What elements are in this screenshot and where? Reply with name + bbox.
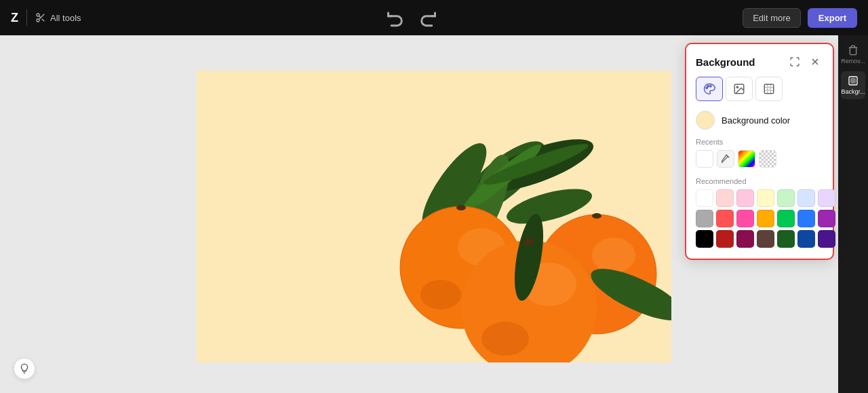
color-swatch[interactable]: [777, 210, 795, 227]
color-swatch[interactable]: [797, 210, 815, 227]
svg-point-1: [37, 19, 39, 22]
recent-swatch-eyedropper[interactable]: [717, 150, 734, 168]
tab-blur[interactable]: [755, 77, 783, 101]
topbar-center: [81, 8, 743, 27]
panel-header: Background: [686, 44, 833, 77]
tab-color[interactable]: [696, 77, 723, 101]
color-swatch[interactable]: [818, 230, 835, 248]
panel-title: Background: [696, 56, 755, 68]
svg-point-29: [456, 205, 466, 210]
color-swatch[interactable]: [696, 189, 713, 207]
scissors-icon: [35, 12, 46, 23]
remove-tool-label: Remov...: [841, 58, 865, 64]
recommended-colors-grid: [686, 189, 833, 248]
svg-rect-32: [851, 79, 856, 83]
recommended-label: Recommended: [686, 177, 833, 189]
background-tool[interactable]: Backgr...: [841, 71, 865, 99]
redo-icon: [418, 8, 437, 27]
color-swatch[interactable]: [757, 189, 774, 207]
color-swatch[interactable]: [716, 230, 734, 248]
color-swatch[interactable]: [757, 210, 774, 227]
all-tools-nav[interactable]: All tools: [35, 12, 81, 23]
svg-point-36: [707, 86, 709, 87]
lightbulb-icon: [19, 363, 30, 374]
svg-point-28: [524, 238, 534, 245]
panel-tabs: [686, 77, 833, 108]
color-swatch[interactable]: [777, 189, 795, 207]
expand-icon: [789, 56, 800, 67]
color-swatch[interactable]: [716, 189, 734, 207]
color-swatch[interactable]: [736, 210, 754, 227]
color-swatch[interactable]: [797, 189, 815, 207]
color-fill-icon: [703, 83, 715, 95]
close-icon: [810, 56, 821, 67]
background-tool-label: Backgr...: [842, 88, 865, 95]
remove-tool[interactable]: Remov...: [841, 41, 865, 69]
all-tools-label: All tools: [50, 13, 81, 23]
color-swatch[interactable]: [696, 230, 713, 248]
color-swatch[interactable]: [757, 230, 774, 248]
export-button[interactable]: Export: [808, 8, 857, 28]
svg-point-37: [710, 86, 711, 87]
svg-point-39: [736, 86, 738, 88]
color-swatch[interactable]: [736, 230, 754, 248]
color-swatch[interactable]: [818, 189, 835, 207]
svg-line-3: [42, 19, 45, 22]
svg-point-30: [592, 213, 601, 219]
svg-line-4: [39, 16, 41, 18]
recent-swatch-transparent[interactable]: [759, 150, 776, 168]
recents-row: [686, 150, 833, 177]
svg-point-0: [37, 14, 39, 16]
image-canvas: [197, 71, 671, 362]
tab-image[interactable]: [726, 77, 753, 101]
color-label: Background color: [722, 115, 790, 126]
app-logo[interactable]: Z: [11, 11, 18, 25]
undo-button[interactable]: [386, 8, 405, 27]
svg-rect-40: [764, 84, 774, 94]
remove-icon: [848, 45, 859, 56]
svg-point-25: [481, 322, 529, 356]
image-icon: [733, 83, 745, 95]
color-swatch[interactable]: [797, 230, 815, 248]
edit-more-button[interactable]: Edit more: [743, 8, 801, 28]
color-swatch[interactable]: [777, 230, 795, 248]
color-swatch[interactable]: [696, 210, 713, 227]
color-swatch[interactable]: [818, 210, 835, 227]
eyedropper-icon: [721, 154, 730, 164]
topbar: Z All tools Edit more Export: [0, 0, 868, 35]
topbar-divider: [26, 10, 27, 26]
panel-header-icons: [787, 54, 823, 70]
blur-icon: [763, 83, 775, 95]
color-swatch[interactable]: [716, 210, 734, 227]
svg-point-21: [592, 238, 635, 273]
panel-expand-button[interactable]: [787, 54, 803, 70]
svg-point-18: [420, 280, 461, 310]
undo-icon: [386, 8, 405, 27]
svg-point-35: [706, 87, 707, 88]
topbar-right: Edit more Export: [743, 8, 857, 28]
recent-swatch-rainbow[interactable]: [738, 150, 755, 168]
recents-label: Recents: [686, 138, 833, 150]
panel-close-button[interactable]: [807, 54, 823, 70]
canvas-svg: [197, 71, 671, 362]
hint-button[interactable]: [14, 358, 35, 379]
redo-button[interactable]: [418, 8, 437, 27]
background-icon: [848, 75, 859, 86]
color-row: Background color: [686, 108, 833, 138]
background-panel: Background: [685, 43, 834, 260]
color-swatch[interactable]: [736, 189, 754, 207]
sidebar-tools: Remov... Backgr...: [838, 35, 868, 393]
recent-swatch-white[interactable]: [696, 150, 713, 168]
current-color-swatch[interactable]: [696, 111, 715, 130]
